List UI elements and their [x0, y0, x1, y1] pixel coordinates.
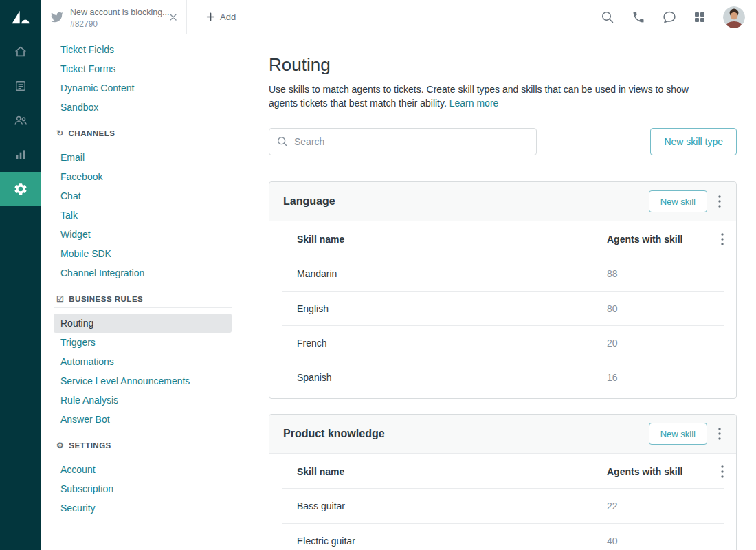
subnav-item[interactable]: Mobile SDK — [54, 244, 232, 263]
skill-type-card-header: Product knowledge New skill — [269, 415, 736, 454]
chat-icon[interactable] — [663, 10, 676, 24]
nav-group: ↻ CHANNELS EmailFacebookChatTalkWidgetMo… — [54, 129, 232, 283]
subnav-item[interactable]: Subscription — [54, 479, 232, 498]
column-agents-with-skill: Agents with skill — [607, 466, 703, 477]
nav-group-divider — [54, 307, 232, 308]
add-label: Add — [220, 12, 236, 22]
subnav-item[interactable]: Security — [54, 498, 232, 518]
skill-type-cards: Language New skill Skill name Agents wit… — [269, 182, 737, 550]
nav-group-items: Ticket FieldsTicket FormsDynamic Content… — [54, 40, 232, 117]
nav-group-items: RoutingTriggersAutomationsService Level … — [54, 314, 232, 429]
skill-name: Electric guitar — [282, 536, 607, 547]
close-tab-icon[interactable] — [167, 11, 179, 23]
column-agents-with-skill: Agents with skill — [607, 234, 703, 245]
subnav-item[interactable]: Rule Analysis — [54, 390, 232, 410]
tab-ticket-id: #82790 — [70, 19, 160, 29]
admin-gear-icon[interactable] — [0, 172, 41, 206]
reporting-icon[interactable] — [0, 138, 41, 172]
top-bar: New account is blocking... #82790 Add — [41, 0, 756, 34]
skills-table-header: Skill name Agents with skill — [282, 221, 724, 256]
skill-name: Bass guitar — [282, 500, 607, 512]
table-row[interactable]: Mandarin 88 — [282, 256, 724, 291]
learn-more-link[interactable]: Learn more — [449, 98, 499, 109]
skill-name: Spanish — [282, 372, 607, 383]
page-description: Use skills to match agents to tickets. C… — [269, 82, 714, 110]
agents-count: 22 — [607, 500, 703, 512]
nav-group-divider — [54, 142, 232, 142]
tab-title: New account is blocking... — [70, 8, 170, 17]
skills-table-header: Skill name Agents with skill — [282, 454, 724, 489]
skill-name: French — [282, 338, 607, 349]
table-overflow-menu-icon[interactable] — [703, 233, 724, 245]
subnav-item[interactable]: Chat — [54, 186, 232, 206]
skill-type-card-header: Language New skill — [269, 182, 736, 221]
nav-group-label: CHANNELS — [69, 129, 115, 138]
skills-table: Skill name Agents with skill Bass guitar… — [269, 454, 736, 550]
zendesk-logo — [0, 0, 41, 34]
table-row[interactable]: Spanish 16 — [282, 360, 724, 394]
table-row[interactable]: Electric guitar 40 — [282, 523, 724, 550]
ticket-tab[interactable]: New account is blocking... #82790 — [41, 0, 187, 34]
subnav-item[interactable]: Routing — [54, 314, 232, 333]
plus-icon — [206, 12, 215, 21]
subnav-item[interactable]: Dynamic Content — [54, 78, 232, 98]
twitter-icon — [51, 11, 63, 23]
skill-type-card: Product knowledge New skill Skill name A… — [269, 414, 737, 550]
subnav-item[interactable]: Answer Bot — [54, 410, 232, 429]
subnav-item[interactable]: Talk — [54, 206, 232, 225]
skill-rows: Bass guitar 22 Electric guitar 40 — [282, 489, 724, 550]
nav-group-divider — [54, 454, 232, 454]
nav-group-header: ↻ CHANNELS — [56, 129, 232, 138]
column-skill-name: Skill name — [282, 466, 607, 477]
subnav-item[interactable]: Email — [54, 148, 232, 167]
skills-table: Skill name Agents with skill Mandarin 88… — [269, 221, 736, 398]
subnav-item[interactable]: Automations — [54, 352, 232, 371]
subnav-item[interactable]: Triggers — [54, 333, 232, 352]
nav-group-items: AccountSubscriptionSecurity — [54, 460, 232, 518]
views-icon[interactable] — [0, 69, 41, 103]
admin-subnav: Ticket FieldsTicket FormsDynamic Content… — [41, 34, 247, 550]
card-overflow-menu-icon[interactable] — [718, 428, 721, 440]
nav-group-header: ☑ BUSINESS RULES — [56, 295, 232, 303]
subnav-groups: Ticket FieldsTicket FormsDynamic Content… — [54, 40, 232, 518]
subnav-item[interactable]: Channel Integration — [54, 263, 232, 283]
subnav-item[interactable]: Ticket Fields — [54, 40, 232, 59]
subnav-item[interactable]: Ticket Forms — [54, 59, 232, 78]
search-input[interactable] — [269, 128, 537, 155]
skill-rows: Mandarin 88 English 80 French 20 Spanish… — [282, 256, 724, 394]
page-title: Routing — [269, 54, 737, 76]
customers-icon[interactable] — [0, 103, 41, 138]
nav-group-label: SETTINGS — [69, 441, 111, 450]
add-tab-button[interactable]: Add — [202, 11, 240, 23]
subnav-item[interactable]: Facebook — [54, 167, 232, 186]
card-overflow-menu-icon[interactable] — [718, 195, 721, 208]
subnav-item[interactable]: Account — [54, 460, 232, 479]
subnav-item[interactable]: Service Level Announcements — [54, 371, 232, 390]
table-overflow-menu-icon[interactable] — [703, 465, 724, 478]
nav-group-icon: ↻ — [56, 129, 64, 138]
table-row[interactable]: French 20 — [282, 325, 724, 360]
apps-grid-icon[interactable] — [693, 11, 706, 23]
subnav-item[interactable]: Widget — [54, 225, 232, 244]
nav-group-icon: ⚙ — [56, 441, 64, 450]
nav-group: ⚙ SETTINGS AccountSubscriptionSecurity — [54, 441, 232, 518]
table-row[interactable]: English 80 — [282, 291, 724, 325]
new-skill-button[interactable]: New skill — [649, 190, 707, 212]
nav-group: Ticket FieldsTicket FormsDynamic Content… — [54, 40, 232, 117]
agents-count: 88 — [607, 268, 703, 279]
home-icon[interactable] — [0, 34, 41, 69]
skill-type-card: Language New skill Skill name Agents wit… — [269, 182, 737, 399]
toolbar: New skill type — [269, 128, 737, 155]
nav-group-label: BUSINESS RULES — [69, 295, 143, 303]
nav-group-items: EmailFacebookChatTalkWidgetMobile SDKCha… — [54, 148, 232, 283]
table-row[interactable]: Bass guitar 22 — [282, 489, 724, 523]
search-icon[interactable] — [601, 10, 614, 24]
agents-count: 16 — [607, 372, 703, 383]
new-skill-button[interactable]: New skill — [649, 423, 707, 445]
subnav-item[interactable]: Sandbox — [54, 98, 232, 117]
new-skill-type-button[interactable]: New skill type — [650, 128, 737, 155]
skill-name: English — [282, 303, 607, 314]
product-rail — [0, 0, 41, 550]
user-avatar[interactable] — [723, 6, 745, 28]
phone-icon[interactable] — [632, 10, 645, 24]
